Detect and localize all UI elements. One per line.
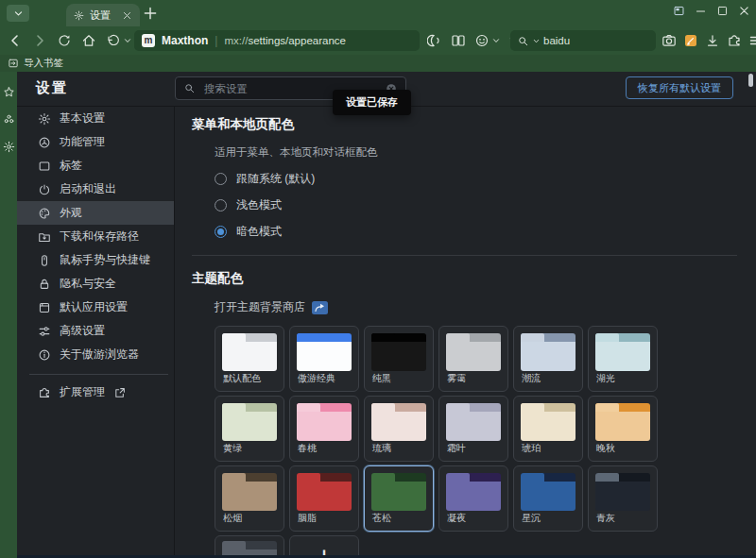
theme-card[interactable]: 晚秋: [588, 396, 658, 462]
theme-store-link[interactable]: 打开主题背景商店: [215, 299, 305, 315]
reload-icon[interactable]: [57, 33, 72, 48]
extensions-icon[interactable]: [727, 33, 742, 48]
theme-card-label: 青灰: [596, 512, 615, 525]
nav-item-extensions[interactable]: 扩展管理: [17, 380, 174, 404]
home-icon[interactable]: [81, 33, 96, 48]
nav-item-label: 默认应用设置: [60, 299, 128, 315]
radio-option[interactable]: 浅色模式: [215, 198, 737, 212]
reset-defaults-button[interactable]: 恢复所有默认设置: [626, 76, 733, 99]
theme-card[interactable]: 苍松: [364, 465, 434, 532]
radio-option[interactable]: 跟随系统 (默认): [215, 172, 737, 186]
sidebar-settings-icon[interactable]: [3, 141, 15, 153]
section-divider: [192, 255, 737, 256]
theme-card[interactable]: 青灰: [588, 465, 658, 532]
nav-item-startup[interactable]: 启动和退出: [17, 178, 174, 201]
nav-item-default-apps[interactable]: 默认应用设置: [17, 296, 174, 319]
theme-card[interactable]: 春桃: [289, 396, 359, 462]
close-window-icon[interactable]: [738, 5, 750, 17]
theme-card-label: 傲游经典: [298, 372, 335, 385]
main-menu-icon[interactable]: [748, 33, 756, 48]
nav-item-tabs[interactable]: 标签: [17, 154, 174, 178]
theme-swatch: [595, 333, 650, 371]
address-bar[interactable]: m Maxthon | mx://settings/appearance: [134, 30, 420, 51]
screenshot-icon[interactable]: [662, 33, 677, 48]
theme-card[interactable]: 纯黑: [364, 326, 434, 392]
nav-item-basic[interactable]: 基本设置: [17, 107, 174, 130]
theme-swatch-tab: [371, 473, 395, 482]
import-bookmarks-button[interactable]: 导入书签: [24, 57, 63, 70]
download-icon[interactable]: [705, 33, 720, 48]
open-store-icon[interactable]: [312, 301, 328, 314]
theme-card[interactable]: 松烟: [215, 465, 284, 532]
theme-card[interactable]: 傲游经典: [289, 326, 359, 392]
forward-icon[interactable]: [32, 33, 47, 48]
theme-card[interactable]: 默认配色: [215, 326, 284, 392]
theme-swatch-body: [222, 342, 277, 371]
radio-unselected-icon[interactable]: [215, 199, 227, 211]
nav-item-features[interactable]: 功能管理: [17, 130, 174, 154]
theme-swatch-body: [297, 482, 352, 511]
theme-card-label: 纯黑: [372, 372, 391, 385]
theme-card-label: 琉璃: [372, 442, 391, 455]
theme-card[interactable]: 湖光: [588, 326, 658, 392]
theme-card[interactable]: 胭脂: [289, 465, 359, 532]
theme-card[interactable]: 雾霭: [438, 326, 508, 392]
sliders-icon: [38, 325, 51, 338]
scrollbar-thumb[interactable]: [748, 74, 753, 87]
radio-selected-icon[interactable]: [215, 226, 227, 238]
theme-swatch-body: [297, 412, 352, 441]
new-tab-button[interactable]: [142, 5, 159, 22]
notes-icon[interactable]: [683, 33, 698, 48]
chevron-down-icon: [13, 8, 24, 19]
app-icon: [38, 301, 51, 314]
minimize-icon[interactable]: [695, 5, 707, 17]
undo-icon[interactable]: [106, 33, 121, 48]
theme-card[interactable]: 霜叶: [438, 396, 508, 462]
nav-item-advanced[interactable]: 高级设置: [17, 319, 174, 343]
nav-item-gestures[interactable]: 鼠标手势与快捷键: [17, 248, 174, 272]
radio-unselected-icon[interactable]: [215, 173, 227, 185]
theme-card[interactable]: 黄绿: [215, 396, 284, 462]
theme-swatch-body: [222, 482, 277, 511]
theme-swatch-body: [521, 482, 576, 511]
tab-settings[interactable]: 设置: [66, 4, 140, 26]
search-engine-dropdown-icon[interactable]: [533, 38, 540, 44]
theme-card-label: 潮流: [522, 372, 541, 385]
boards-icon[interactable]: [673, 5, 685, 17]
theme-card[interactable]: 星沉: [513, 465, 583, 532]
nav-item-about[interactable]: 关于傲游浏览器: [17, 343, 174, 366]
maximize-icon[interactable]: [716, 5, 729, 17]
nav-item-downloads[interactable]: 下载和保存路径: [17, 225, 174, 248]
theme-swatch-tab: [446, 333, 470, 342]
nav-item-appearance[interactable]: 外观: [17, 201, 174, 225]
theme-card[interactable]: 潮流: [513, 326, 583, 392]
theme-swatch: [595, 473, 650, 511]
settings-main: 菜单和本地页配色 适用于菜单、本地页和对话框配色 跟随系统 (默认)浅色模式暗色…: [175, 107, 756, 558]
sidebar-favorites-icon[interactable]: [3, 86, 15, 98]
toolbar-search[interactable]: baidu: [510, 30, 656, 51]
split-view-icon[interactable]: [451, 33, 466, 48]
theme-swatch-tab: [446, 473, 470, 482]
reader-mode-icon[interactable]: [427, 33, 442, 48]
theme-swatch: [297, 473, 352, 511]
tab-close-icon[interactable]: [122, 10, 132, 21]
browser-menu-button[interactable]: [7, 5, 29, 22]
share-dropdown-icon[interactable]: [492, 37, 500, 44]
external-link-icon: [113, 386, 127, 399]
brand-name: Maxthon: [162, 34, 208, 47]
radio-option[interactable]: 暗色模式: [215, 225, 737, 239]
nav-item-privacy[interactable]: 隐私与安全: [17, 272, 174, 296]
share-icon[interactable]: [474, 33, 490, 48]
back-icon[interactable]: [8, 33, 23, 48]
theme-card[interactable]: 琥珀: [513, 396, 583, 462]
theme-swatch-tab: [297, 333, 320, 342]
theme-swatch: [371, 333, 426, 371]
search-icon: [517, 35, 529, 47]
undo-dropdown-icon[interactable]: [124, 37, 131, 44]
theme-swatch-tab: [521, 473, 544, 482]
mouse-icon: [38, 254, 51, 267]
theme-card[interactable]: 凝夜: [438, 465, 508, 532]
sidebar-passkeeper-icon[interactable]: [3, 113, 15, 126]
theme-card[interactable]: 琉璃: [364, 396, 434, 462]
settings-gear-favicon-icon: [74, 10, 84, 21]
